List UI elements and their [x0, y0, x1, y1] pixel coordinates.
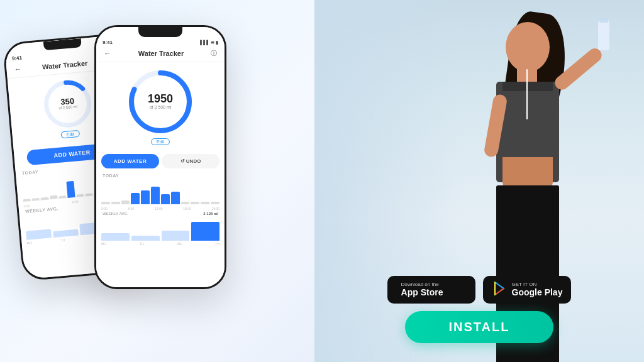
- install-btn[interactable]: INSTALL: [405, 311, 554, 343]
- front-status-time: 9:41: [103, 40, 113, 45]
- app-store-text: Download on the App Store: [401, 282, 443, 298]
- svg-line-6: [495, 288, 504, 295]
- front-weekly-label: WEEKLY AVG.: [103, 212, 128, 216]
- back-edit-btn[interactable]: Edit: [60, 130, 80, 139]
- app-store-btn[interactable]: Download on the App Store: [387, 276, 475, 304]
- svg-line-5: [495, 282, 504, 288]
- front-info-icon[interactable]: ⓘ: [211, 49, 217, 58]
- google-play-text: GET IT ON Google Play: [512, 282, 563, 298]
- front-edit-btn[interactable]: Edit: [151, 138, 170, 145]
- google-play-top-text: GET IT ON: [512, 282, 563, 288]
- svg-marker-4: [495, 282, 504, 295]
- google-play-btn[interactable]: GET IT ON Google Play: [483, 276, 572, 304]
- front-bar-label-4: 24:00: [211, 207, 219, 211]
- phone-front: 9:41 ▌▌▌ ≋ ▮ ← Water Tracker ⓘ 1950 of 2…: [94, 25, 226, 289]
- front-bar-label-0: 0:00: [101, 207, 108, 211]
- back-back-btn[interactable]: ←: [14, 65, 22, 74]
- front-day-mo: MO: [101, 242, 106, 246]
- front-title: Water Tracker: [138, 50, 184, 57]
- front-ring-chart: 1950 of 2 500 ml: [126, 67, 195, 136]
- back-bar-label-0: 0:00: [23, 204, 30, 208]
- front-ring-sub: of 2 500 ml: [148, 104, 173, 110]
- app-store-main-text: App Store: [401, 287, 443, 298]
- cta-overlay: Download on the App Store GET IT ON Goo: [314, 276, 644, 343]
- front-bar-label-3: 18:00: [183, 207, 191, 211]
- google-play-main-text: Google Play: [512, 287, 563, 298]
- front-day-th: TH: [215, 242, 219, 246]
- front-undo-btn[interactable]: ↺ UNDO: [162, 154, 219, 168]
- front-ring-value: 1950: [148, 93, 173, 104]
- front-day-tu: TU: [140, 242, 144, 246]
- google-play-icon: [492, 281, 507, 299]
- front-bar-label-2: 12:00: [155, 207, 163, 211]
- front-today-label: TODAY: [96, 172, 225, 180]
- front-day-we: WE: [177, 242, 182, 246]
- back-day-tu: TU: [60, 238, 65, 243]
- back-day-mo: MO: [26, 241, 32, 245]
- back-title: Water Tracker: [42, 59, 88, 70]
- front-weekly-avg-header: WEEKLY AVG. 2 125 ml: [96, 211, 225, 217]
- front-status-icons: ▌▌▌ ≋ ▮: [200, 40, 218, 45]
- front-bar-label-1: 6:00: [128, 207, 134, 211]
- front-weekly-avg-value: 2 125 ml: [203, 212, 218, 216]
- back-ring-chart: 350 of 2 500 ml: [40, 77, 95, 131]
- back-bar-label-1: 6:00: [72, 199, 79, 204]
- right-panel: Download on the App Store GET IT ON Goo: [314, 0, 644, 362]
- front-action-row: ADD WATER ↺ UNDO: [96, 154, 225, 168]
- front-back-btn[interactable]: ←: [104, 49, 111, 58]
- left-panel: 9:41 ▌▌▌ ≋ ▮ ← Water Tracker ⓘ 350 of 2 …: [0, 0, 314, 362]
- app-store-top-text: Download on the: [401, 282, 443, 288]
- front-add-water-btn[interactable]: ADD WATER: [101, 154, 159, 168]
- store-buttons: Download on the App Store GET IT ON Goo: [387, 276, 572, 304]
- front-bar-chart: 0:00 6:00 12:00 18:00 24:00: [96, 180, 225, 211]
- back-status-time: 9:41: [12, 55, 23, 61]
- front-weekly-chart: MO TU WE TH: [96, 217, 225, 246]
